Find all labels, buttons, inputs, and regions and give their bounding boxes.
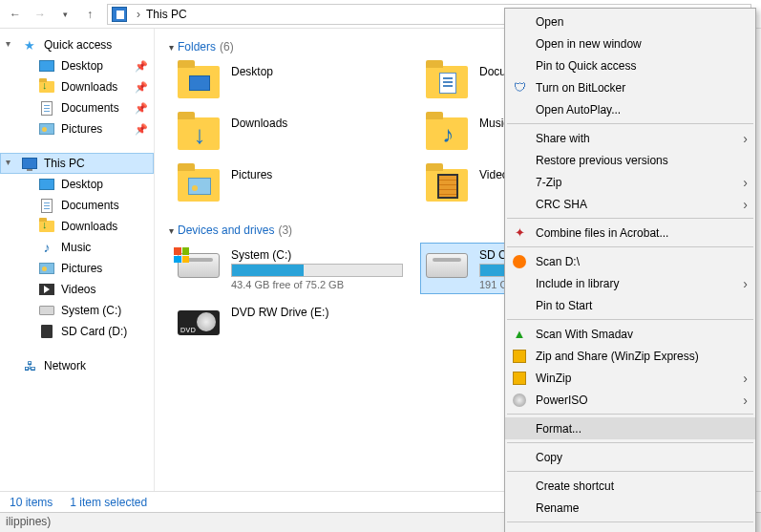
menu-item-label: PowerISO — [536, 394, 588, 407]
drive-icon — [38, 303, 55, 318]
menu-item[interactable]: CRC SHA› — [505, 193, 755, 215]
menu-item-label: WinZip — [536, 372, 571, 385]
menu-item[interactable]: Create shortcut — [505, 475, 755, 497]
downloads-icon — [38, 79, 55, 95]
folder-icon: ♪ — [424, 115, 470, 153]
up-button[interactable]: ↑ — [78, 3, 101, 26]
hdd-drive-icon — [178, 253, 220, 278]
sidebar-qa-item[interactable]: Downloads📌 — [0, 76, 154, 97]
menu-item-label: CRC SHA — [536, 198, 587, 211]
sidebar-network[interactable]: 🖧 Network — [0, 355, 154, 376]
hdd-drive-icon — [426, 253, 468, 278]
chevron-right-icon: › — [743, 371, 748, 386]
this-pc-icon — [112, 7, 127, 22]
menu-item-label: Open — [536, 15, 563, 29]
menu-separator — [507, 319, 753, 320]
status-selection: 1 item selected — [70, 496, 147, 509]
context-menu: OpenOpen in new windowPin to Quick acces… — [504, 8, 756, 532]
sidebar-this-pc[interactable]: ▾ This PC — [0, 153, 154, 174]
recent-dropdown[interactable]: ▾ — [53, 3, 76, 26]
menu-item[interactable]: 🛡Turn on BitLocker — [505, 76, 755, 98]
menu-item[interactable]: Scan D:\ — [505, 250, 755, 272]
drive-item[interactable]: DVDDVD RW Drive (E:) — [172, 300, 411, 346]
sidebar-pc-item[interactable]: SD Card (D:) — [0, 321, 154, 342]
menu-item[interactable]: PowerISO› — [505, 389, 755, 411]
sidebar-qa-item[interactable]: Pictures📌 — [0, 118, 154, 139]
menu-item[interactable]: Pin to Quick access — [505, 54, 755, 76]
item-label: Pictures — [231, 168, 272, 181]
taskbar-text: ilippines) — [6, 515, 51, 528]
item-label: System (C:) — [231, 248, 403, 262]
menu-item-label: 7-Zip — [536, 176, 561, 189]
sidebar-pc-item[interactable]: Desktop — [0, 174, 154, 195]
sidebar-pc-item[interactable]: System (C:) — [0, 300, 154, 321]
network-icon: 🖧 — [21, 358, 38, 373]
music-icon: ♪ — [38, 240, 55, 255]
forward-button[interactable]: → — [29, 3, 52, 26]
group-count: (3) — [278, 223, 292, 237]
sidebar-label: Quick access — [44, 38, 112, 52]
sidebar-pc-item[interactable]: Downloads — [0, 216, 154, 237]
menu-item[interactable]: Open — [505, 11, 755, 32]
menu-item-label: Rename — [536, 501, 579, 515]
group-count: (6) — [220, 40, 234, 53]
menu-item[interactable]: Copy — [505, 446, 755, 468]
sidebar-item-label: Desktop — [61, 178, 103, 191]
winzip-icon — [511, 370, 528, 387]
group-label: Folders — [178, 40, 216, 53]
address-segment[interactable]: This PC — [146, 8, 187, 21]
sidebar-pc-item[interactable]: Pictures — [0, 258, 154, 279]
folder-item[interactable]: Desktop — [172, 59, 411, 105]
sidebar-item-label: Documents — [61, 101, 119, 115]
folder-item[interactable]: ↓Downloads — [172, 111, 411, 157]
sd-icon — [38, 324, 55, 339]
item-label: Desktop — [231, 65, 273, 78]
sidebar-item-label: Downloads — [61, 220, 117, 233]
menu-item[interactable]: Format... — [505, 417, 755, 439]
menu-item[interactable]: Properties — [505, 525, 755, 532]
chevron-down-icon[interactable]: ▾ — [6, 157, 17, 167]
sidebar-pc-item[interactable]: Videos — [0, 279, 154, 300]
drive-item[interactable]: System (C:)43.4 GB free of 75.2 GB — [172, 243, 411, 294]
folder-icon — [424, 63, 470, 101]
menu-separator — [507, 414, 753, 415]
menu-item[interactable]: Open in new window — [505, 32, 755, 54]
menu-item-label: Zip and Share (WinZip Express) — [536, 350, 699, 363]
menu-item-label: Include in library — [536, 277, 619, 290]
menu-item[interactable]: ✦Combine files in Acrobat... — [505, 222, 755, 244]
sidebar-qa-item[interactable]: Desktop📌 — [0, 55, 154, 76]
chevron-right-icon: › — [743, 175, 748, 190]
menu-item-label: Scan With Smadav — [536, 328, 633, 341]
folder-item[interactable]: Pictures — [172, 162, 411, 208]
sidebar-qa-item[interactable]: Documents📌 — [0, 97, 154, 118]
folder-icon — [176, 63, 222, 101]
status-item-count: 10 items — [10, 496, 53, 509]
menu-item[interactable]: Share with› — [505, 127, 755, 149]
menu-item[interactable]: Pin to Start — [505, 294, 755, 316]
pictures-icon — [38, 261, 55, 276]
sidebar-item-label: Downloads — [61, 80, 117, 94]
menu-item[interactable]: Rename — [505, 497, 755, 519]
documents-icon — [38, 100, 55, 116]
menu-item[interactable]: WinZip› — [505, 367, 755, 389]
sidebar-pc-item[interactable]: ♪Music — [0, 237, 154, 258]
chevron-right-icon: › — [743, 197, 748, 212]
menu-item[interactable]: Include in library› — [505, 272, 755, 294]
menu-separator — [507, 123, 753, 124]
menu-item[interactable]: Zip and Share (WinZip Express) — [505, 345, 755, 367]
menu-item[interactable]: Open AutoPlay... — [505, 98, 755, 120]
back-button[interactable]: ← — [4, 3, 27, 26]
menu-item[interactable]: ▲Scan With Smadav — [505, 323, 755, 345]
sidebar-pc-item[interactable]: Documents — [0, 195, 154, 216]
menu-item-label: Scan D:\ — [536, 255, 580, 268]
menu-item[interactable]: Restore previous versions — [505, 149, 755, 171]
item-label: DVD RW Drive (E:) — [231, 306, 328, 319]
menu-item[interactable]: 7-Zip› — [505, 171, 755, 193]
avast-icon — [511, 253, 528, 270]
chevron-down-icon: ▾ — [164, 42, 178, 53]
sidebar-quick-access[interactable]: ▾ ★ Quick access — [0, 34, 154, 55]
menu-item-label: Pin to Start — [536, 299, 592, 312]
poweriso-icon — [511, 392, 528, 409]
menu-item-label: Pin to Quick access — [536, 59, 636, 73]
chevron-down-icon[interactable]: ▾ — [6, 38, 17, 49]
